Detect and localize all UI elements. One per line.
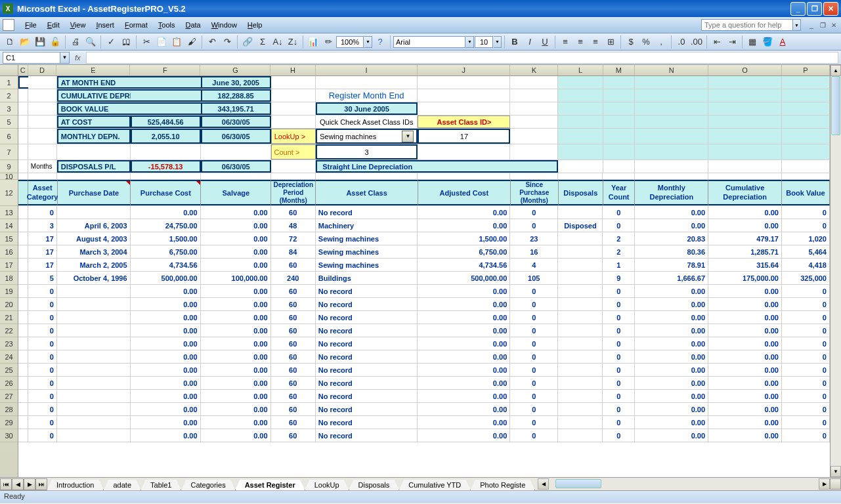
new-icon[interactable]: 🗋 xyxy=(3,35,17,49)
maximize-button[interactable]: ❐ xyxy=(807,2,822,16)
column-headers[interactable]: CDEFGHIJKLMNOP xyxy=(18,65,830,76)
scroll-left-icon[interactable]: ◀ xyxy=(538,478,549,490)
print-icon[interactable]: 🖨 xyxy=(68,35,83,49)
row-header-9[interactable]: 9 xyxy=(0,160,18,173)
tab-prev-icon[interactable]: ◀ xyxy=(12,478,24,490)
font-dropdown[interactable]: ▼ xyxy=(466,36,474,48)
sheet-tab-table1[interactable]: Table1 xyxy=(140,480,181,491)
col-header-J[interactable]: J xyxy=(418,65,510,75)
menu-format[interactable]: Format xyxy=(119,19,153,31)
sheet-tab-adate[interactable]: adate xyxy=(103,480,141,491)
fill-color-icon[interactable]: 🪣 xyxy=(760,35,775,49)
doc-restore-button[interactable]: ❐ xyxy=(818,20,827,30)
permission-icon[interactable]: 🔓 xyxy=(48,35,62,49)
table-row[interactable]: 00.000.0060No record0.00000.000.000 xyxy=(18,403,830,416)
row-header-1[interactable]: 1 xyxy=(0,76,18,89)
menu-file[interactable]: File xyxy=(20,19,42,31)
horizontal-scrollbar[interactable]: ◀ ▶ xyxy=(538,478,830,490)
sheet-tab-asset-register[interactable]: Asset Register xyxy=(235,480,305,491)
hscroll-thumb[interactable] xyxy=(555,479,601,488)
col-header-K[interactable]: K xyxy=(510,65,558,75)
doc-close-button[interactable]: ✕ xyxy=(829,20,838,30)
formula-bar[interactable] xyxy=(86,52,838,64)
doc-minimize-button[interactable]: _ xyxy=(807,20,816,30)
row-header-2[interactable]: 2 xyxy=(0,89,18,102)
redo-icon[interactable]: ↷ xyxy=(220,35,234,49)
undo-icon[interactable]: ↶ xyxy=(205,35,219,49)
row-header-27[interactable]: 27 xyxy=(0,390,18,403)
comma-icon[interactable]: , xyxy=(654,35,668,49)
table-row[interactable]: 00.000.0060No record0.00000.000.000 xyxy=(18,206,830,219)
sheet-tab-introduction[interactable]: Introduction xyxy=(47,480,104,491)
table-row[interactable]: 00.000.0060No record0.00000.000.000 xyxy=(18,298,830,311)
table-row[interactable]: 5October 4, 1996500,000.00100,000.00240B… xyxy=(18,272,830,285)
sheet-tab-lookup[interactable]: LookUp xyxy=(305,480,349,491)
namebox-dropdown[interactable]: ▼ xyxy=(60,52,70,64)
align-right-icon[interactable]: ≡ xyxy=(588,35,603,49)
row-header-19[interactable]: 19 xyxy=(0,285,18,298)
help-dropdown[interactable]: ▼ xyxy=(793,19,801,31)
table-row[interactable]: 00.000.0060No record0.00000.000.000 xyxy=(18,364,830,377)
sheet-tab-categories[interactable]: Categories xyxy=(181,480,235,491)
format-painter-icon[interactable]: 🖌 xyxy=(184,35,199,49)
table-row[interactable]: 00.000.0060No record0.00000.000.000 xyxy=(18,285,830,298)
row-header-12[interactable]: 12 xyxy=(0,180,18,206)
table-row[interactable]: 00.000.0060No record0.00000.000.000 xyxy=(18,350,830,364)
col-header-C[interactable]: C xyxy=(18,65,28,75)
copy-icon[interactable]: 📄 xyxy=(154,35,169,49)
row-header-23[interactable]: 23 xyxy=(0,337,18,350)
col-header-D[interactable]: D xyxy=(28,65,57,75)
table-row[interactable]: 00.000.0060No record0.00000.000.000 xyxy=(18,337,830,350)
decrease-decimal-icon[interactable]: .00 xyxy=(689,35,704,49)
table-row[interactable]: 00.000.0060No record0.00000.000.000 xyxy=(18,429,830,442)
help-search[interactable] xyxy=(701,19,793,31)
drawing-icon[interactable]: ✏ xyxy=(321,35,335,49)
font-size[interactable] xyxy=(475,36,493,48)
row-header-18[interactable]: 18 xyxy=(0,272,18,285)
chart-icon[interactable]: 📊 xyxy=(306,35,320,49)
increase-decimal-icon[interactable]: .0 xyxy=(674,35,689,49)
chevron-down-icon[interactable]: ▼ xyxy=(402,131,414,142)
col-header-I[interactable]: I xyxy=(316,65,418,75)
asset-class-dropdown[interactable]: Sewing machines▼ xyxy=(316,129,418,144)
save-icon[interactable]: 💾 xyxy=(33,35,47,49)
tab-next-icon[interactable]: ▶ xyxy=(24,478,35,490)
font-name[interactable] xyxy=(393,36,465,48)
bold-icon[interactable]: B xyxy=(507,35,522,49)
underline-icon[interactable]: U xyxy=(538,35,552,49)
scroll-thumb[interactable] xyxy=(831,76,840,135)
borders-icon[interactable]: ▦ xyxy=(745,35,760,49)
merge-icon[interactable]: ⊞ xyxy=(603,35,618,49)
sheet-tab-disposals[interactable]: Disposals xyxy=(349,480,400,491)
col-header-P[interactable]: P xyxy=(782,65,830,75)
menu-tools[interactable]: Tools xyxy=(153,19,181,31)
research-icon[interactable]: 🕮 xyxy=(119,35,133,49)
increase-indent-icon[interactable]: ⇥ xyxy=(725,35,739,49)
scroll-down-icon[interactable]: ▼ xyxy=(830,466,841,477)
tab-last-icon[interactable]: ⏭ xyxy=(35,478,47,490)
row-header-5[interactable]: 5 xyxy=(0,116,18,129)
zoom-input[interactable] xyxy=(336,36,364,48)
table-row[interactable]: 00.000.0060No record0.00000.000.000 xyxy=(18,390,830,403)
paste-icon[interactable]: 📋 xyxy=(169,35,184,49)
select-all-corner[interactable] xyxy=(0,65,18,76)
row-header-25[interactable]: 25 xyxy=(0,364,18,377)
table-row[interactable]: 17August 4, 20031,500.000.0072Sewing mac… xyxy=(18,232,830,245)
currency-icon[interactable]: $ xyxy=(624,35,638,49)
percent-icon[interactable]: % xyxy=(639,35,653,49)
row-header-3[interactable]: 3 xyxy=(0,102,18,116)
col-header-G[interactable]: G xyxy=(200,65,270,75)
row-header-6[interactable]: 6 xyxy=(0,129,18,144)
hyperlink-icon[interactable]: 🔗 xyxy=(240,35,255,49)
spell-icon[interactable]: ✓ xyxy=(104,35,118,49)
font-color-icon[interactable]: A xyxy=(775,35,790,49)
row-header-7[interactable]: 7 xyxy=(0,144,18,160)
zoom-dropdown[interactable]: ▼ xyxy=(364,36,372,48)
scroll-right-icon[interactable]: ▶ xyxy=(819,478,830,490)
close-button[interactable]: ✕ xyxy=(823,2,838,16)
menu-insert[interactable]: Insert xyxy=(91,19,119,31)
row-header-22[interactable]: 22 xyxy=(0,324,18,337)
row-header-24[interactable]: 24 xyxy=(0,350,18,364)
row-header-30[interactable]: 30 xyxy=(0,429,18,442)
row-header-26[interactable]: 26 xyxy=(0,377,18,390)
